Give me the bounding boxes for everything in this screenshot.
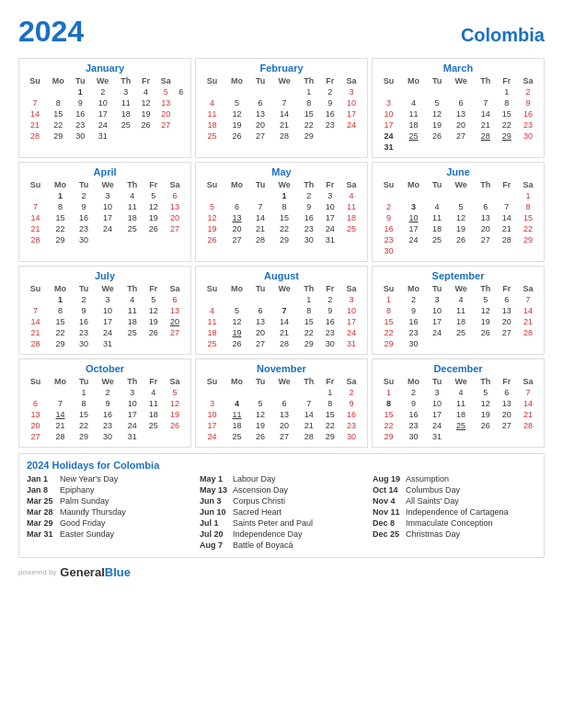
- cal-day: 9: [517, 97, 539, 108]
- cal-day: 5: [224, 305, 250, 316]
- cal-day: 8: [377, 305, 400, 316]
- cal-header: Su: [24, 283, 47, 294]
- cal-day: 24: [90, 119, 116, 131]
- cal-day: 30: [377, 245, 400, 256]
- cal-day: 13: [155, 97, 177, 108]
- cal-day: 1: [74, 387, 95, 398]
- cal-day: [447, 190, 474, 201]
- holiday-name: Assumption: [406, 474, 449, 483]
- cal-day: [115, 131, 136, 142]
- cal-day: [136, 131, 155, 142]
- holiday-date: Mar 25: [27, 496, 56, 506]
- cal-day: 14: [270, 108, 297, 119]
- cal-header: Su: [377, 75, 400, 86]
- holiday-date: Jul 20: [200, 529, 229, 539]
- cal-header: Sa: [517, 179, 539, 190]
- cal-day: 28: [517, 327, 539, 338]
- cal-day: 8: [497, 97, 517, 108]
- holiday-name: Independence Day: [233, 529, 303, 539]
- cal-day: 7: [517, 387, 539, 398]
- cal-header: Sa: [517, 75, 539, 86]
- cal-table: SuMoTuWeThFrSa12345678910111213141516171…: [24, 179, 186, 245]
- cal-day: 29: [298, 338, 320, 349]
- cal-day: 27: [497, 420, 517, 431]
- cal-day: 15: [320, 409, 340, 420]
- brand-label: GeneralBlue: [60, 565, 131, 579]
- cal-header: Tu: [74, 283, 95, 294]
- month-block-march: MarchSuMoTuWeThFrSa123456789101112131415…: [372, 58, 545, 158]
- cal-day: [377, 86, 400, 97]
- cal-day: 2: [298, 190, 320, 201]
- cal-day: 6: [475, 201, 497, 212]
- cal-day: 29: [47, 338, 74, 349]
- holiday-name: All Saints' Day: [406, 496, 459, 506]
- cal-header: Mo: [400, 283, 427, 294]
- cal-day: 2: [400, 294, 427, 305]
- cal-day: [517, 245, 539, 256]
- cal-day: 31: [320, 234, 340, 245]
- cal-day: [497, 338, 517, 349]
- cal-day: [144, 431, 164, 442]
- cal-day: 30: [71, 131, 90, 142]
- holiday-date: Aug 7: [200, 540, 229, 550]
- cal-day: 20: [164, 316, 186, 327]
- cal-day: [475, 431, 497, 442]
- holiday-name: Palm Sunday: [60, 496, 109, 506]
- cal-day: 4: [340, 190, 362, 201]
- cal-day: [298, 387, 320, 398]
- cal-day: 11: [400, 108, 427, 119]
- cal-day: 3: [94, 190, 121, 201]
- cal-day: [270, 294, 297, 305]
- cal-day: [497, 142, 517, 153]
- holiday-date: Mar 29: [27, 518, 56, 528]
- cal-day: 12: [475, 398, 497, 409]
- cal-day: 22: [47, 223, 74, 234]
- cal-day: [377, 190, 400, 201]
- cal-day: 4: [201, 305, 224, 316]
- cal-day: 24: [94, 327, 121, 338]
- cal-table: SuMoTuWeThFrSa12345678910111213141516171…: [201, 376, 362, 442]
- cal-day: 20: [447, 119, 474, 131]
- cal-header: We: [90, 75, 116, 86]
- cal-day: 29: [377, 431, 400, 442]
- cal-day: 3: [94, 294, 121, 305]
- month-block-september: SeptemberSuMoTuWeThFrSa12345678910111213…: [372, 266, 545, 355]
- cal-header: Sa: [340, 179, 362, 190]
- cal-day: 27: [250, 131, 271, 142]
- cal-day: 5: [475, 387, 497, 398]
- cal-day: 11: [115, 97, 136, 108]
- cal-day: [475, 190, 497, 201]
- cal-day: 24: [340, 327, 362, 338]
- cal-day: 21: [475, 119, 497, 131]
- cal-day: 24: [121, 420, 144, 431]
- cal-day: 1: [377, 387, 400, 398]
- cal-header: Tu: [74, 376, 95, 387]
- cal-header: Mo: [47, 376, 74, 387]
- cal-day: 11: [121, 305, 144, 316]
- cal-header: Tu: [250, 75, 271, 86]
- cal-day: 10: [94, 201, 121, 212]
- cal-day: 10: [340, 97, 362, 108]
- cal-day: 18: [447, 316, 474, 327]
- cal-header: We: [447, 376, 474, 387]
- cal-header: We: [447, 283, 474, 294]
- cal-day: 27: [250, 338, 271, 349]
- holiday-item: Mar 29Good Friday: [27, 518, 190, 528]
- cal-day: 18: [447, 409, 474, 420]
- cal-day: 1: [47, 190, 74, 201]
- month-block-november: NovemberSuMoTuWeThFrSa123456789101112131…: [195, 358, 368, 448]
- cal-table: SuMoTuWeThFrSa12345678910111213141516171…: [377, 179, 539, 256]
- cal-day: 23: [320, 327, 340, 338]
- cal-day: 17: [340, 108, 362, 119]
- cal-day: 17: [94, 212, 121, 223]
- cal-day: 16: [71, 108, 90, 119]
- holiday-date: Jan 1: [27, 474, 56, 483]
- cal-header: Mo: [224, 283, 250, 294]
- cal-day: 28: [270, 131, 297, 142]
- cal-day: 18: [201, 327, 224, 338]
- cal-day: 14: [497, 212, 517, 223]
- cal-header: Tu: [427, 179, 448, 190]
- cal-day: 21: [497, 223, 517, 234]
- cal-header: Th: [475, 376, 497, 387]
- cal-header: Mo: [47, 179, 74, 190]
